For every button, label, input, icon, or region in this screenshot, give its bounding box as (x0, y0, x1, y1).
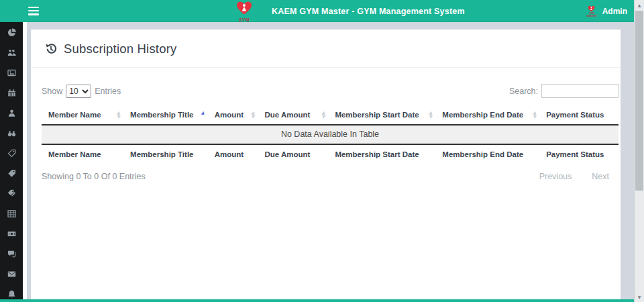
user-icon[interactable] (0, 103, 23, 123)
footer-member-name: Member Name (42, 144, 123, 164)
user-menu[interactable]: GYM MASTER Admin (586, 0, 627, 22)
table-header-row: Member Name ▲▼ Membership Title ▲▼ Amoun… (42, 105, 619, 125)
content-card: Subscription History Show 10 Entries Sea… (31, 30, 621, 302)
history-icon (44, 42, 58, 56)
photo-icon[interactable] (0, 62, 23, 83)
scroll-down-arrow-icon[interactable]: ▼ (635, 292, 644, 302)
scroll-up-arrow-icon[interactable]: ▲ (635, 0, 644, 10)
sort-asc-icon: ▲▼ (201, 111, 205, 119)
brand-heart-icon (234, 1, 254, 15)
tickets-icon[interactable] (0, 183, 23, 203)
bottom-accent-bar (0, 299, 634, 302)
card-header: Subscription History (31, 30, 621, 68)
show-label: Show (42, 87, 62, 96)
column-header-membership-end-date[interactable]: Membership End Date ▲▼ (435, 105, 539, 125)
column-header-member-name[interactable]: Member Name ▲▼ (42, 105, 123, 125)
tag-outline-icon[interactable] (0, 143, 23, 163)
column-header-membership-start-date[interactable]: Membership Start Date ▲▼ (328, 105, 435, 125)
search-input[interactable] (541, 84, 619, 98)
sort-icon: ▲▼ (251, 111, 254, 119)
user-name: Admin (602, 7, 627, 16)
user-logo-text: GYM MASTER (586, 12, 597, 17)
pie-chart-icon[interactable] (0, 22, 23, 42)
footer-due-amount: Due Amount (258, 144, 328, 164)
pagination-previous[interactable]: Previous (539, 172, 572, 181)
column-header-due-amount[interactable]: Due Amount ▲▼ (258, 105, 328, 125)
card-body: Show 10 Entries Search: Member Name (31, 68, 621, 181)
scrollbar-thumb[interactable] (635, 11, 643, 191)
sort-icon: ▲▼ (533, 111, 536, 119)
pagination-next[interactable]: Next (592, 172, 609, 181)
chat-icon[interactable] (0, 244, 23, 264)
sort-icon: ▲▼ (117, 111, 120, 119)
envelope-icon[interactable] (0, 264, 23, 284)
search-label: Search: (509, 87, 538, 96)
money-icon[interactable] (0, 223, 23, 244)
calendar-icon[interactable] (0, 83, 23, 103)
entries-control: Show 10 Entries (42, 85, 121, 98)
members-icon[interactable] (0, 42, 23, 62)
app-title: KAEM GYM Master - GYM Management System (272, 0, 465, 22)
empty-message: No Data Available In Table (42, 125, 619, 144)
table-icon[interactable] (0, 203, 23, 223)
pagination: Previous Next (539, 172, 609, 181)
footer-amount: Amount (208, 144, 258, 164)
search-control: Search: (509, 84, 619, 98)
menu-toggle-button[interactable] (28, 7, 39, 15)
subscription-table: Member Name ▲▼ Membership Title ▲▼ Amoun… (42, 105, 619, 164)
entries-label: Entries (95, 87, 121, 96)
empty-table-row: No Data Available In Table (42, 125, 619, 144)
footer-membership-end-date: Membership End Date (435, 144, 539, 164)
vertical-scrollbar[interactable]: ▲ ▼ (634, 0, 644, 302)
top-navbar: GYM MASTER KAEM GYM Master - GYM Managem… (0, 0, 634, 22)
column-header-amount[interactable]: Amount ▲▼ (208, 105, 258, 125)
sort-icon: ▲▼ (429, 111, 432, 119)
user-logo-icon: GYM MASTER (586, 5, 597, 17)
sort-icon: ▲▼ (321, 111, 325, 119)
sidebar-nav (0, 22, 23, 302)
entries-select[interactable]: 10 (66, 85, 91, 98)
binoculars-icon[interactable] (0, 123, 23, 143)
column-header-membership-title[interactable]: Membership Title ▲▼ (123, 105, 208, 125)
footer-payment-status: Payment Status (539, 144, 619, 164)
table-footer-row: Member Name Membership Title Amount Due … (42, 144, 619, 164)
column-header-payment-status[interactable]: Payment Status (539, 105, 619, 125)
tag-icon[interactable] (0, 163, 23, 183)
page-title: Subscription History (64, 42, 177, 56)
showing-entries-info: Showing 0 To 0 Of 0 Entries (42, 172, 146, 181)
footer-membership-start-date: Membership Start Date (328, 144, 435, 164)
footer-membership-title: Membership Title (123, 144, 208, 164)
